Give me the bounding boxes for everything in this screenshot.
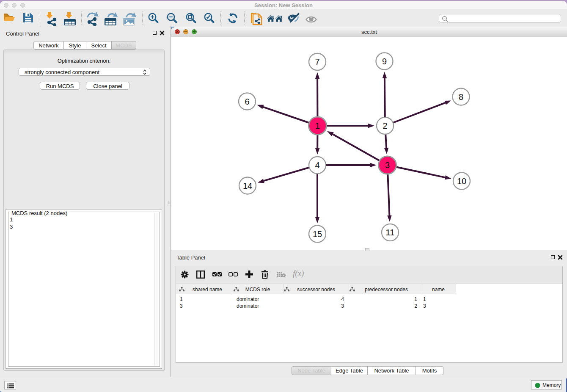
svg-text:7: 7 [315, 57, 319, 66]
svg-text:15: 15 [313, 229, 322, 239]
svg-text:11: 11 [386, 228, 395, 237]
svg-text:1: 1 [315, 121, 320, 130]
svg-text:10: 10 [457, 177, 466, 186]
svg-text:9: 9 [382, 57, 387, 66]
svg-text:2: 2 [383, 121, 387, 130]
svg-text:3: 3 [385, 160, 390, 170]
svg-text:4: 4 [315, 160, 319, 170]
svg-text:14: 14 [243, 181, 252, 190]
svg-text:6: 6 [245, 97, 249, 106]
svg-text:8: 8 [459, 92, 463, 102]
